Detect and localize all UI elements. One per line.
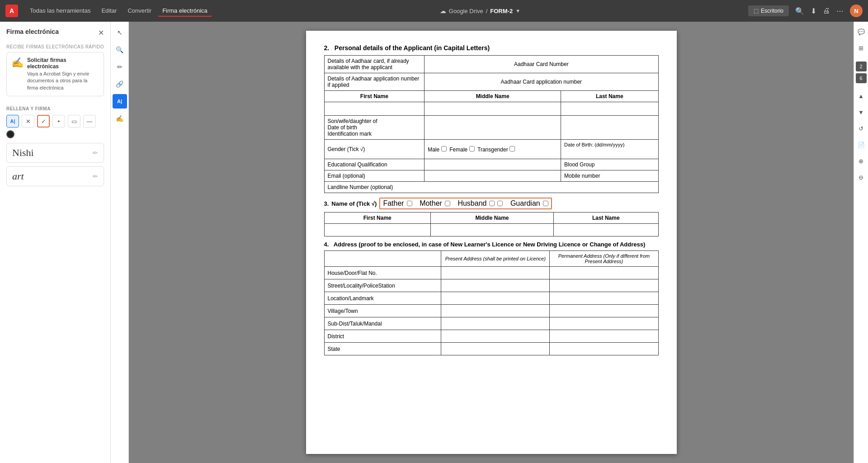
link-tool[interactable]: 🔗 [113,77,127,91]
husband-checkbox[interactable] [489,201,495,206]
edit-icon-2[interactable]: ✏ [93,173,98,180]
scroll-down-icon[interactable]: ▼ [855,106,868,118]
son-value1[interactable] [425,116,561,140]
page-6-badge[interactable]: 6 [856,73,867,83]
male-checkbox[interactable] [441,146,447,151]
gender-label: Gender (Tick √) [324,140,425,159]
email-label: Email (optional) [324,170,425,182]
topbar-center: ☁ Google Drive / FORM-2 ▼ [216,7,745,14]
subdist-label: Sub-Dist/Taluk/Mandal [324,317,441,330]
avatar[interactable]: N [850,5,863,17]
transgender-checkbox[interactable] [509,146,515,151]
esign-card-icon: ✍ [11,57,24,69]
village-permanent[interactable] [550,305,658,317]
husband-checkbox2[interactable] [497,201,503,206]
location-label: Location/Landmark [324,292,441,305]
district-permanent[interactable] [550,330,658,343]
comment-icon[interactable]: 💬 [855,25,868,38]
first-name2-cell[interactable] [324,224,430,236]
text-tool[interactable]: A| [113,94,127,109]
female-checkbox[interactable] [469,146,475,151]
text-tool-btn[interactable]: A| [6,115,19,128]
pdf-page: 2. Personal details of the Applicant (in… [306,31,677,454]
doc-icon[interactable]: 📄 [855,138,868,151]
signature-text-2: art [12,170,24,182]
section3-header: 3. Name of (Tick √) Father Mother Husban… [324,198,659,209]
zoom-in-icon[interactable]: ⊕ [855,155,868,167]
permanent-address-header: Permanent Address (Only if different fro… [550,251,658,267]
rect-tool-btn[interactable]: ▭ [68,115,80,128]
dob-value[interactable] [564,147,655,156]
left-sidebar: Firma electrónica ✕ RECIBE FIRMAS ELECTR… [0,22,111,463]
location-present[interactable] [441,292,550,305]
line-tool-btn[interactable]: — [83,115,96,128]
dropdown-icon[interactable]: ▼ [515,8,520,14]
street-permanent[interactable] [550,279,658,292]
menu-todas[interactable]: Todas las herramientas [25,5,95,17]
last-name-header: Last Name [561,91,658,102]
cursor-tool[interactable]: ↖ [113,25,127,40]
father-checkbox[interactable] [407,201,412,206]
house-present[interactable] [441,267,550,279]
esign-card[interactable]: ✍ Solicitar firmas electrónicas Vaya a A… [6,52,104,96]
refresh-icon[interactable]: ↺ [855,122,868,135]
search-icon[interactable]: 🔍 [795,7,804,15]
first-name-cell[interactable] [324,102,425,116]
email-value[interactable] [425,170,561,182]
last-name-cell[interactable] [561,102,658,116]
content-area: 2. Personal details of the Applicant (in… [129,22,854,463]
page-2-badge[interactable]: 2 [856,61,867,71]
cross-tool-btn[interactable]: ✕ [22,115,34,128]
house-permanent[interactable] [550,267,658,279]
guardian-box: Father Mother Husband Guardian [379,198,552,209]
more-icon[interactable]: ⋯ [836,7,844,15]
close-icon[interactable]: ✕ [98,28,104,37]
first-name-header: First Name [324,91,425,102]
district-present[interactable] [441,330,550,343]
mother-checkbox[interactable] [445,201,450,206]
location-permanent[interactable] [550,292,658,305]
middle-name-cell[interactable] [425,102,561,116]
desktop-button[interactable]: ⬚ Escritorio [748,5,789,16]
check-tool-btn[interactable]: ✓ [37,115,50,128]
village-label: Village/Town [324,305,441,317]
aadhaar-card-label: Details of Aadhaar card, if already avai… [324,56,425,73]
sidebar-header: Firma electrónica ✕ [6,28,104,37]
menu-editar[interactable]: Editar [97,5,121,17]
color-picker[interactable] [6,130,14,138]
house-label: House/Door/Flat No. [324,267,441,279]
print-icon[interactable]: 🖨 [823,7,830,15]
top-menu: Todas las herramientas Editar Convertir … [25,5,212,17]
last-name2-header: Last Name [554,213,658,224]
scroll-up-icon[interactable]: ▲ [855,90,868,102]
address-header-row: Present Address (shall be printed on Lic… [324,251,658,267]
dot-tool-btn[interactable]: • [52,115,65,128]
page-numbers: 2 6 [856,61,867,83]
zoom-out-icon[interactable]: ⊖ [855,171,868,184]
pencil-tool[interactable]: ✏ [113,60,127,74]
village-present[interactable] [441,305,550,317]
signature-item-2[interactable]: art ✏ [6,166,104,186]
subdist-permanent[interactable] [550,317,658,330]
present-address-header: Present Address (shall be printed on Lic… [441,251,550,267]
guardian-checkbox[interactable] [543,201,548,206]
subdist-present[interactable] [441,317,550,330]
signature-item-1[interactable]: Nishi ✏ [6,143,104,163]
menu-firma[interactable]: Firma electrónica [158,5,212,17]
edit-icon-1[interactable]: ✏ [93,149,98,156]
edu-value[interactable] [425,159,561,170]
grid-icon[interactable]: ⊞ [855,42,868,54]
zoom-tool[interactable]: 🔍 [113,43,127,57]
download-icon[interactable]: ⬇ [811,7,816,15]
middle-name2-cell[interactable] [430,224,553,236]
street-present[interactable] [441,279,550,292]
section3-num: 3. [324,200,329,207]
menu-convertir[interactable]: Convertir [123,5,156,17]
state-present[interactable] [441,343,550,355]
name-of-value-row [324,224,658,236]
draw-tool[interactable]: ✍ [113,111,127,126]
last-name2-cell[interactable] [554,224,658,236]
blood-label: Blood Group [564,161,594,168]
state-permanent[interactable] [550,343,658,355]
son-value2[interactable] [561,116,658,140]
